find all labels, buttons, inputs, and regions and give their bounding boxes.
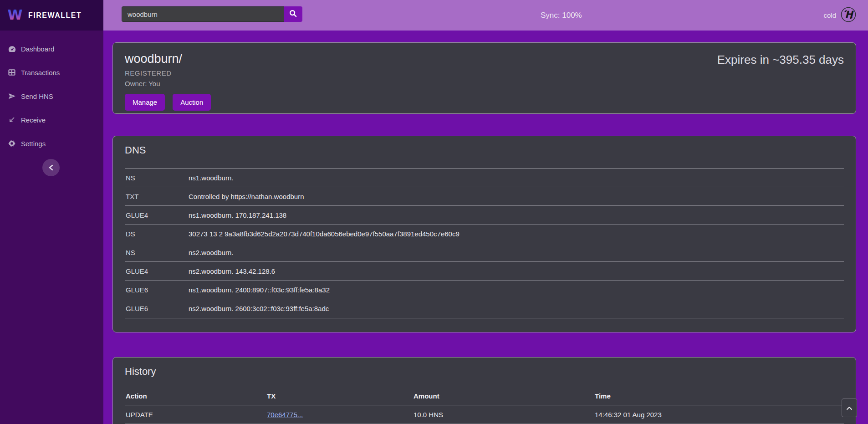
sidebar-item-label: Dashboard (21, 45, 54, 53)
paper-plane-icon (8, 93, 16, 99)
sidebar-item-label: Receive (21, 116, 46, 124)
dns-record-type: GLUE4 (125, 267, 189, 275)
app-window: W FIREWALLET Dashboard (0, 0, 868, 424)
dns-row: GLUE6 ns1.woodburn. 2400:8907::f03c:93ff… (125, 281, 844, 299)
svg-text:W: W (7, 7, 22, 22)
sidebar-collapse-button[interactable] (42, 159, 60, 176)
dns-row: GLUE4 ns1.woodburn. 170.187.241.138 (125, 206, 844, 225)
manage-button[interactable]: Manage (125, 94, 165, 111)
wallet-name: cold (823, 11, 836, 19)
dns-row: NS ns1.woodburn. (125, 169, 844, 187)
page-content: woodburn/ REGISTERED Owner: You Manage A… (103, 31, 868, 424)
gauge-icon (8, 46, 16, 52)
dns-row: NS ns2.woodburn. (125, 243, 844, 262)
handshake-logo-icon: H (841, 7, 856, 24)
sidebar: W FIREWALLET Dashboard (0, 0, 103, 424)
domain-status: REGISTERED (125, 69, 844, 77)
dns-table: NS ns1.woodburn. TXT Controlled by https… (125, 168, 844, 318)
search-input[interactable] (122, 6, 284, 22)
sidebar-item-send-hns[interactable]: Send HNS (0, 84, 103, 108)
dns-record-type: GLUE4 (125, 211, 189, 219)
search-icon (289, 10, 297, 19)
dns-record-type: GLUE6 (125, 305, 189, 312)
dns-record-value: ns2.woodburn. 2600:3c02::f03c:93ff:fe5a:… (189, 305, 844, 312)
chevron-up-icon (846, 404, 853, 412)
sidebar-item-transactions[interactable]: Transactions (0, 61, 103, 84)
sidebar-item-label: Send HNS (21, 92, 53, 100)
history-row: UPDATE 70e64775... 10.0 HNS 14:46:32 01 … (125, 405, 844, 424)
history-header-row: Action TX Amount Time (125, 387, 844, 405)
column-header-amount: Amount (413, 392, 594, 400)
dns-record-type: TXT (125, 193, 189, 200)
sync-status: Sync: 100% (541, 0, 582, 31)
dns-record-type: DS (125, 230, 189, 238)
search-bar (122, 6, 302, 22)
dns-record-type: NS (125, 249, 189, 256)
column-header-action: Action (125, 392, 266, 400)
history-amount: 10.0 HNS (413, 411, 594, 419)
history-table: Action TX Amount Time UPDATE 70e64775...… (125, 387, 844, 424)
dns-record-type: GLUE6 (125, 286, 189, 294)
history-heading: History (125, 366, 844, 378)
sidebar-item-label: Transactions (21, 69, 60, 77)
domain-actions: Manage Auction (125, 94, 844, 111)
dns-record-value: Controlled by https://nathan.woodburn (189, 193, 844, 200)
topbar: Sync: 100% cold H (103, 0, 868, 31)
history-time: 14:46:32 01 Aug 2023 (594, 411, 844, 419)
dns-card: DNS NS ns1.woodburn. TXT Controlled by h… (112, 136, 856, 332)
scroll-to-top-button[interactable] (842, 398, 857, 417)
brand-name: FIREWALLET (28, 11, 82, 20)
column-header-time: Time (594, 392, 844, 400)
firewallet-w-logo-icon: W (7, 7, 23, 24)
wallet-selector[interactable]: cold H (823, 0, 856, 31)
arrow-down-left-icon (8, 117, 16, 123)
domain-summary-card: woodburn/ REGISTERED Owner: You Manage A… (112, 42, 856, 114)
history-action: UPDATE (125, 411, 266, 419)
dns-row: TXT Controlled by https://nathan.woodbur… (125, 187, 844, 206)
dns-record-value: ns1.woodburn. 2400:8907::f03c:93ff:fe5a:… (189, 286, 844, 294)
table-icon (8, 69, 16, 76)
search-button[interactable] (284, 6, 302, 22)
sidebar-nav: Dashboard Transactions (0, 31, 103, 155)
chevron-left-icon (49, 164, 53, 171)
sidebar-item-settings[interactable]: Settings (0, 132, 103, 155)
sidebar-item-receive[interactable]: Receive (0, 108, 103, 132)
dns-record-type: NS (125, 174, 189, 182)
auction-button[interactable]: Auction (173, 94, 211, 111)
dns-record-value: ns1.woodburn. (189, 174, 844, 182)
sidebar-item-label: Settings (21, 140, 46, 148)
tx-link[interactable]: 70e64775... (267, 411, 303, 419)
brand-logo-block[interactable]: W FIREWALLET (0, 0, 103, 31)
dns-row: GLUE6 ns2.woodburn. 2600:3c02::f03c:93ff… (125, 299, 844, 318)
dns-record-value: ns2.woodburn. 143.42.128.6 (189, 267, 844, 275)
history-card: History Action TX Amount Time UPDATE 70e… (112, 357, 856, 424)
dns-record-value: 30273 13 2 9a3a8fb3d625d2a2073d740f10da6… (189, 230, 844, 238)
sidebar-item-dashboard[interactable]: Dashboard (0, 37, 103, 61)
dns-heading: DNS (125, 144, 844, 156)
dns-record-value: ns1.woodburn. 170.187.241.138 (189, 211, 844, 219)
domain-owner: Owner: You (125, 80, 844, 87)
expiry-label: Expires in ~395.35 days (717, 53, 844, 67)
gear-icon (8, 140, 16, 147)
dns-record-value: ns2.woodburn. (189, 249, 844, 256)
dns-row: DS 30273 13 2 9a3a8fb3d625d2a2073d740f10… (125, 225, 844, 243)
dns-row: GLUE4 ns2.woodburn. 143.42.128.6 (125, 262, 844, 281)
column-header-tx: TX (266, 392, 413, 400)
main-area: Sync: 100% cold H woodburn/ REGISTERED (103, 0, 868, 424)
